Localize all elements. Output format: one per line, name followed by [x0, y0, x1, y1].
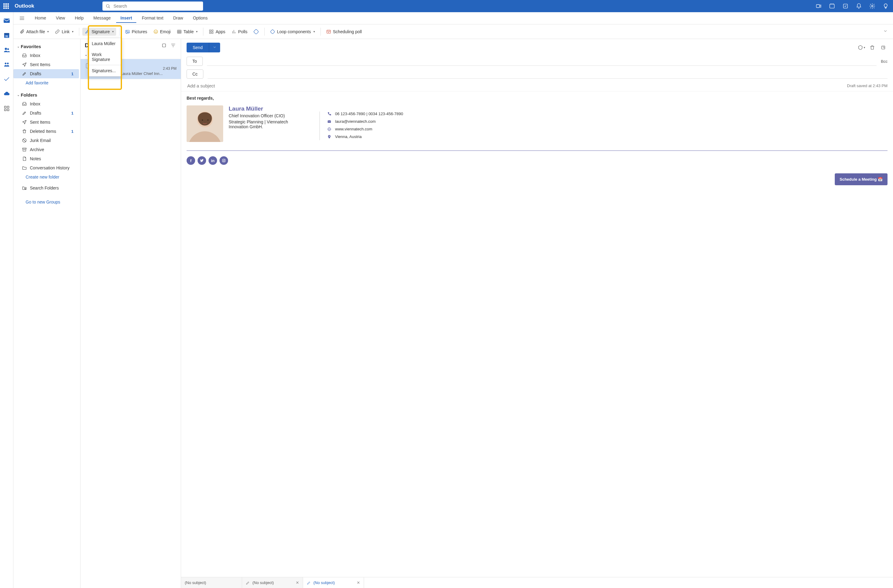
folder-inbox[interactable]: Inbox — [14, 99, 79, 108]
facebook-icon[interactable]: f — [186, 156, 195, 165]
svg-rect-42 — [209, 30, 211, 32]
folder-conversation-history[interactable]: Conversation History — [14, 163, 79, 172]
signature-manage-option[interactable]: Signatures... — [88, 65, 122, 76]
svg-rect-49 — [254, 29, 259, 34]
archive-icon — [22, 147, 27, 152]
email-icon — [327, 119, 332, 124]
add-favorite-link[interactable]: Add favorite — [14, 78, 79, 87]
people-app-icon[interactable] — [3, 46, 11, 54]
apps-button[interactable]: Apps — [206, 28, 228, 36]
scheduling-poll-button[interactable]: Scheduling poll — [324, 28, 364, 36]
tab-help[interactable]: Help — [71, 14, 88, 23]
svg-rect-17 — [4, 19, 10, 23]
search-input[interactable] — [113, 3, 200, 9]
loop-icon-button[interactable] — [251, 27, 261, 36]
create-folder-link[interactable]: Create new folder — [14, 172, 79, 182]
to-button[interactable]: To — [186, 57, 203, 66]
folder-sent-items[interactable]: Sent Items — [14, 118, 79, 127]
more-apps-icon[interactable] — [3, 105, 11, 112]
tips-icon[interactable] — [879, 0, 892, 12]
linkedin-icon[interactable]: in — [209, 156, 217, 165]
signature-option-1[interactable]: Laura Müller — [88, 38, 122, 49]
folder-search-folders[interactable]: Search Folders — [14, 183, 79, 192]
to-input[interactable] — [207, 57, 877, 66]
folder-notes[interactable]: Notes — [14, 154, 79, 163]
settings-icon[interactable] — [866, 0, 878, 12]
draft-tab-1[interactable]: (No subject) — [181, 578, 242, 588]
tab-draw[interactable]: Draw — [169, 14, 188, 23]
close-icon[interactable]: ✕ — [296, 580, 299, 585]
onedrive-app-icon[interactable] — [3, 90, 11, 98]
subject-input[interactable] — [186, 83, 843, 88]
close-icon[interactable]: ✕ — [357, 580, 360, 585]
favorites-header[interactable]: ⌄Favorites — [14, 42, 79, 51]
tab-home[interactable]: Home — [30, 14, 50, 23]
trash-icon — [22, 129, 27, 134]
new-groups-link[interactable]: Go to new Groups — [14, 197, 79, 207]
signature-option-2[interactable]: Work Signature — [88, 49, 122, 65]
attach-file-button[interactable]: Attach file▾ — [17, 28, 51, 36]
polls-button[interactable]: Polls — [229, 28, 250, 36]
cc-button[interactable]: Cc — [186, 69, 203, 79]
encryption-icon[interactable]: ▾ — [857, 43, 866, 52]
folder-deleted-items[interactable]: Deleted Items 1 — [14, 127, 79, 136]
svg-rect-19 — [4, 33, 9, 35]
svg-rect-51 — [327, 30, 331, 33]
svg-rect-59 — [162, 44, 166, 47]
signature-button[interactable]: Signature▾ — [82, 28, 116, 36]
ribbon-collapse-icon[interactable] — [881, 27, 889, 36]
svg-point-36 — [156, 31, 156, 32]
tab-options[interactable]: Options — [189, 14, 212, 23]
delete-draft-icon[interactable] — [868, 43, 876, 52]
meet-now-icon[interactable] — [826, 0, 838, 12]
signature-role: Chief Innovation Officer (CIO) — [229, 113, 305, 118]
send-options-button[interactable] — [209, 43, 220, 52]
mail-app-icon[interactable] — [3, 17, 11, 24]
draft-tab-2[interactable]: (No subject) ✕ — [242, 578, 303, 588]
my-day-icon[interactable] — [839, 0, 851, 12]
send-button[interactable]: Send — [186, 43, 209, 52]
tab-message[interactable]: Message — [89, 14, 115, 23]
greeting-text: Best regards, — [186, 96, 887, 100]
twitter-icon[interactable] — [198, 156, 206, 165]
search-box[interactable] — [102, 2, 203, 10]
groups-app-icon[interactable] — [3, 61, 11, 68]
draft-tab-3[interactable]: (No subject) ✕ — [303, 578, 364, 588]
folder-archive[interactable]: Archive — [14, 145, 79, 154]
svg-point-34 — [154, 30, 158, 33]
svg-rect-37 — [177, 30, 181, 33]
fav-inbox[interactable]: Inbox — [14, 51, 79, 60]
folder-drafts[interactable]: Drafts 1 — [14, 108, 79, 118]
todo-app-icon[interactable] — [3, 75, 11, 83]
popout-icon[interactable] — [879, 43, 887, 52]
table-button[interactable]: Table▾ — [174, 28, 200, 36]
calendar-app-icon[interactable]: 31 — [3, 32, 11, 39]
loop-components-button[interactable]: Loop components▾ — [268, 28, 317, 36]
folder-junk-email[interactable]: Junk Email — [14, 136, 79, 145]
teams-call-icon[interactable] — [812, 0, 825, 12]
hamburger-icon[interactable] — [17, 14, 27, 23]
svg-text:31: 31 — [5, 35, 8, 38]
bcc-link[interactable]: Bcc — [881, 59, 887, 64]
fav-sent-items[interactable]: Sent Items — [14, 60, 79, 69]
notifications-icon[interactable] — [853, 0, 865, 12]
tab-format-text[interactable]: Format text — [137, 14, 168, 23]
app-launcher-icon[interactable] — [1, 1, 11, 11]
link-button[interactable]: Link▾ — [53, 28, 76, 36]
svg-rect-11 — [816, 4, 820, 8]
notes-icon — [22, 156, 27, 161]
filter-icon[interactable] — [170, 42, 176, 49]
tab-view[interactable]: View — [51, 14, 69, 23]
select-all-icon[interactable] — [161, 42, 167, 49]
tab-insert[interactable]: Insert — [116, 14, 136, 23]
instagram-icon[interactable] — [219, 156, 228, 165]
sent-icon — [22, 62, 27, 67]
schedule-meeting-button[interactable]: Schedule a Meeting 📅 — [835, 173, 887, 185]
emoji-button[interactable]: Emoji — [151, 28, 173, 36]
svg-line-58 — [25, 189, 26, 189]
folders-header[interactable]: ⌄Folders — [14, 90, 79, 99]
pictures-button[interactable]: Pictures — [123, 28, 150, 36]
compose-body[interactable]: Best regards, Laura Müller Chief Innovat… — [181, 92, 893, 577]
fav-drafts[interactable]: Drafts 1 — [14, 69, 79, 78]
cc-input[interactable] — [207, 70, 887, 79]
